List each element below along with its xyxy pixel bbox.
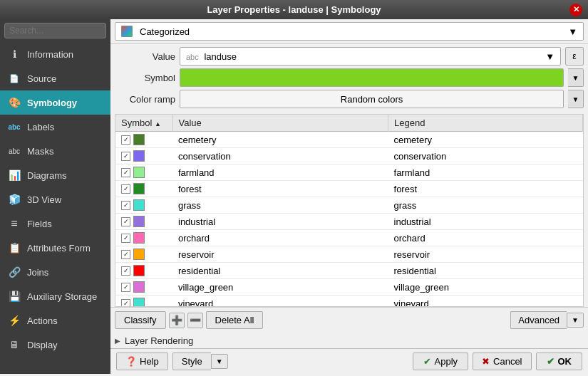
row-checkbox[interactable]: ✓ [121, 201, 130, 210]
symbol-preview[interactable] [180, 68, 564, 87]
expand-icon: ▶ [115, 337, 120, 345]
form-area: Value abc landuse ▼ ε Symbol ▼ Color ram… [110, 44, 588, 114]
row-legend: cemetery [388, 132, 583, 148]
sidebar-item-display[interactable]: 🖥 Display [0, 333, 110, 357]
classify-button[interactable]: Classify [115, 311, 166, 329]
table-row[interactable]: ✓ vineyardvineyard [115, 296, 583, 308]
sidebar-item-auxiliary-storage[interactable]: 💾 Auxiliary Storage [0, 284, 110, 308]
attributes-form-icon: 📋 [7, 241, 21, 255]
dialog-footer: ❓ Help Style ▼ ✔ Apply ✖ Cancel ✔ OK [110, 348, 588, 374]
advanced-main[interactable]: Advanced [510, 311, 567, 329]
table-row[interactable]: ✓ industrialindustrial [115, 214, 583, 230]
sidebar-search-input[interactable] [4, 23, 106, 38]
display-icon: 🖥 [7, 338, 21, 352]
value-dropdown-arrow: ▼ [545, 51, 555, 62]
sidebar-item-3dview[interactable]: 🧊 3D View [0, 187, 110, 212]
table-row[interactable]: ✓ conservationconservation [115, 148, 583, 164]
color-ramp-label: Color ramp [115, 94, 175, 105]
add-category-button[interactable]: ➕ [169, 313, 185, 328]
sidebar-item-symbology[interactable]: 🎨 Symbology [0, 90, 110, 115]
row-checkbox[interactable]: ✓ [121, 299, 130, 308]
layer-rendering-label: Layer Rendering [125, 335, 193, 346]
col-value[interactable]: Value [172, 115, 388, 132]
table-row[interactable]: ✓ orchardorchard [115, 230, 583, 246]
renderer-dropdown[interactable]: Categorized ▼ [115, 22, 584, 41]
row-color-swatch [133, 134, 145, 145]
row-color-swatch [133, 298, 145, 307]
sidebar-item-actions[interactable]: ⚡ Actions [0, 308, 110, 333]
table-row[interactable]: ✓ grassgrass [115, 197, 583, 214]
table-row[interactable]: ✓ residentialresidential [115, 263, 583, 279]
table-row[interactable]: ✓ village_greenvillage_green [115, 279, 583, 296]
table-row[interactable]: ✓ forestforest [115, 181, 583, 197]
row-legend: residential [388, 263, 583, 279]
sidebar-item-label: Attributes Form [27, 243, 91, 254]
color-ramp-dropdown-arrow[interactable]: ▼ [568, 90, 584, 108]
cancel-button[interactable]: ✖ Cancel [473, 352, 531, 370]
sidebar-item-label: Joins [27, 267, 48, 278]
row-checkbox[interactable]: ✓ [121, 135, 130, 145]
row-checkbox[interactable]: ✓ [121, 184, 130, 194]
advanced-arrow[interactable]: ▼ [567, 313, 584, 328]
sidebar-item-joins[interactable]: 🔗 Joins [0, 260, 110, 284]
information-icon: ℹ [7, 47, 21, 61]
style-arrow[interactable]: ▼ [211, 354, 228, 369]
sidebar-item-attributes-form[interactable]: 📋 Attributes Form [0, 236, 110, 260]
symbol-dropdown-arrow[interactable]: ▼ [568, 68, 584, 87]
row-legend: reservoir [388, 246, 583, 263]
sidebar-item-source[interactable]: 📄 Source [0, 66, 110, 90]
table-row[interactable]: ✓ reservoirreservoir [115, 246, 583, 263]
style-button[interactable]: Style ▼ [172, 352, 228, 370]
sidebar-item-label: Display [27, 340, 58, 350]
remove-category-button[interactable]: ➖ [187, 313, 203, 328]
value-type-prefix: abc [186, 53, 199, 61]
row-checkbox[interactable]: ✓ [121, 168, 130, 177]
col-symbol[interactable]: Symbol [115, 115, 172, 132]
sidebar-item-label: 3D View [27, 194, 61, 205]
layer-rendering-section[interactable]: ▶ Layer Rendering [110, 333, 588, 348]
help-button[interactable]: ❓ Help [116, 352, 168, 370]
sidebar-item-masks[interactable]: abc Masks [0, 139, 110, 163]
cancel-x-icon: ✖ [482, 356, 490, 367]
advanced-button[interactable]: Advanced ▼ [510, 311, 584, 329]
masks-icon: abc [7, 144, 21, 158]
bottom-toolbar: Classify ➕ ➖ Delete All Advanced ▼ [110, 307, 588, 333]
color-ramp-value: Random colors [341, 94, 403, 105]
sidebar-search-container [0, 19, 110, 42]
apply-button[interactable]: ✔ Apply [413, 352, 469, 370]
sidebar-item-label: Fields [27, 219, 52, 229]
row-legend: vineyard [388, 296, 583, 308]
sidebar-item-fields[interactable]: ≡ Fields [0, 212, 110, 236]
actions-icon: ⚡ [7, 313, 21, 328]
row-checkbox[interactable]: ✓ [121, 152, 130, 161]
row-legend: village_green [388, 279, 583, 296]
color-ramp-button[interactable]: Random colors [180, 90, 564, 108]
expression-button[interactable]: ε [565, 47, 584, 66]
style-main[interactable]: Style [172, 352, 211, 370]
row-checkbox[interactable]: ✓ [121, 217, 130, 226]
renderer-row: Categorized ▼ [110, 19, 588, 44]
renderer-dropdown-arrow: ▼ [568, 26, 577, 37]
sidebar-item-label: Labels [27, 122, 54, 132]
col-legend[interactable]: Legend [388, 115, 583, 132]
sidebar-item-diagrams[interactable]: 📊 Diagrams [0, 163, 110, 187]
table-row[interactable]: ✓ farmlandfarmland [115, 164, 583, 181]
source-icon: 📄 [7, 71, 21, 85]
row-value: residential [172, 263, 388, 279]
sidebar-item-information[interactable]: ℹ Information [0, 42, 110, 66]
symbol-row: Symbol ▼ [115, 68, 584, 87]
table-row[interactable]: ✓ cemeterycemetery [115, 132, 583, 148]
row-color-swatch [133, 167, 145, 178]
ok-button[interactable]: ✔ OK [536, 352, 583, 370]
value-input[interactable]: abc landuse ▼ [180, 47, 561, 66]
row-legend: conservation [388, 148, 583, 164]
delete-all-button[interactable]: Delete All [206, 311, 264, 329]
row-checkbox[interactable]: ✓ [121, 283, 130, 292]
row-checkbox[interactable]: ✓ [121, 234, 130, 243]
row-color-swatch [133, 199, 145, 211]
close-button[interactable]: ✕ [569, 4, 582, 16]
row-checkbox[interactable]: ✓ [121, 250, 130, 259]
row-checkbox[interactable]: ✓ [121, 266, 130, 276]
sidebar-item-label: Auxiliary Storage [27, 291, 97, 302]
sidebar-item-labels[interactable]: abc Labels [0, 115, 110, 139]
